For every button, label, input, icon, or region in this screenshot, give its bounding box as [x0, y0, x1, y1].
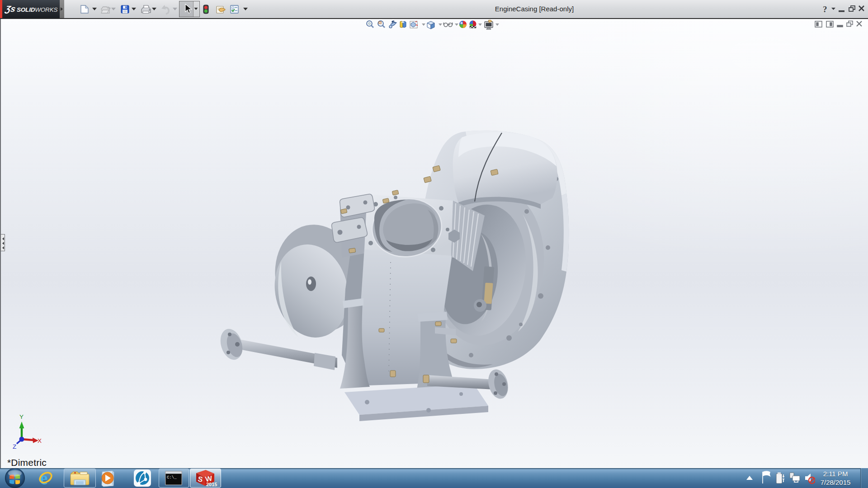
svg-text:e: e [40, 468, 48, 488]
svg-text:X: X [38, 437, 42, 444]
svg-text:Y: Y [19, 413, 24, 420]
svg-text:2015: 2015 [206, 482, 217, 487]
svg-text:Z: Z [13, 443, 16, 450]
svg-text:C:\_: C:\_ [167, 475, 177, 480]
svg-text:?: ? [823, 5, 827, 14]
